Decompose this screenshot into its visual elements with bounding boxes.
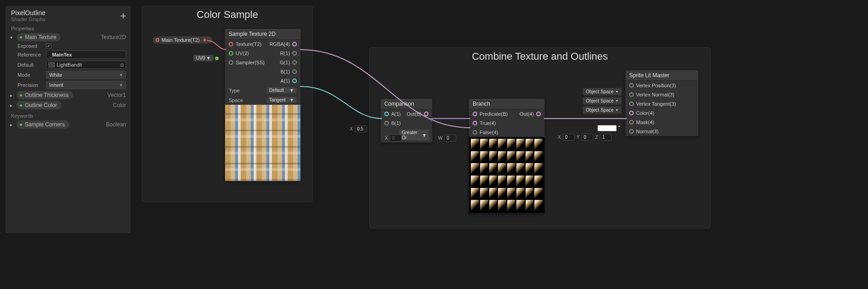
space-dropdown[interactable]: Tangent▼ [266,96,297,103]
mode-label: Mode [17,72,43,78]
property-outline-thickness[interactable]: ▸ Outline Thickness Vector1 [6,90,131,100]
chevron-down-icon: ▾ [10,35,17,40]
property-outline-color[interactable]: ▸ Outline Color Color [6,100,131,110]
precision-label: Precision [17,82,43,88]
node-preview [225,105,301,181]
normal-xyz-inline[interactable]: X0 Y0 Z1 [558,134,612,141]
port-color[interactable] [629,111,634,115]
reference-input[interactable] [46,51,126,59]
mode-value: White [49,72,62,78]
exposed-dot-icon [19,36,23,39]
port-out[interactable] [536,112,541,116]
property-type: Color [113,102,126,108]
comparison-b-inline: X0 [385,135,402,142]
node-branch[interactable]: Branch Predicate(B) Out(4) True(4) False… [469,98,545,214]
chip-label: Main Texture(T2) [162,37,200,43]
port-vertex-position[interactable] [629,83,634,88]
node-title: Comparison [381,99,432,109]
main-texture-fields: Exposed ✓ Reference Default LightBandit … [6,42,131,90]
object-space-dropdown-2[interactable]: Object Space▼ [583,97,622,105]
mode-dropdown[interactable]: White▼ [46,71,126,79]
property-type: Texture2D [101,34,126,40]
inspector-header: PixelOutline Shader Graphs + [6,6,131,23]
port-out-a[interactable] [292,79,297,83]
property-name: Outline Color [25,102,57,108]
inspector-panel: PixelOutline Shader Graphs + Properties … [6,6,131,233]
branch-w-inline[interactable]: W0 [438,135,456,142]
node-sample-texture-2d[interactable]: Sample Texture 2D Texture(T2) RGBA(4) UV… [225,28,301,181]
property-name: Main Texture [25,34,56,40]
port-mask[interactable] [629,120,634,125]
exposed-checkbox[interactable]: ✓ [46,43,52,49]
port-in-false[interactable] [473,130,477,135]
property-type: Vector1 [107,92,126,98]
node-title: Branch [469,99,544,109]
port-in-sampler[interactable] [229,60,233,65]
keywords-section-label: Keywords [6,110,131,119]
space-label: Space [229,97,243,103]
port-vertex-normal[interactable] [629,92,634,97]
uv-value: UV0 [196,56,205,61]
precision-dropdown[interactable]: Inherit▼ [46,81,126,89]
default-object-name: LightBandit [57,62,118,68]
node-preview [469,137,544,213]
object-space-dropdown-3[interactable]: Object Space▼ [583,106,622,114]
mask-color-swatch[interactable] [597,125,617,131]
port-in-a[interactable] [384,112,389,116]
chevron-right-icon: ▸ [10,103,17,108]
keyword-type: Boolean [106,121,126,128]
node-title: Sample Texture 2D [225,29,301,40]
add-property-button[interactable]: + [120,10,126,22]
property-chip[interactable]: Main Texture [17,33,61,41]
port-in-uv[interactable] [229,51,233,56]
property-name: Outline Thickness [25,92,69,98]
port-vertex-tangent[interactable] [629,102,634,106]
type-dropdown[interactable]: Default▼ [266,87,297,94]
node-sprite-lit-master[interactable]: Sprite Lit Master Vertex Position(3) Ver… [625,70,699,136]
property-main-texture[interactable]: ▾ Main Texture Texture2D [6,32,131,42]
port-out-g[interactable] [292,60,297,65]
uv-inline-dropdown[interactable]: UV0▼ [193,55,219,62]
group-title: Color Sample [142,6,312,25]
precision-value: Inherit [49,82,64,88]
comparison-a-inline[interactable]: X0.5 [350,125,367,132]
swatch-arrow-icon: ▼ [618,125,621,128]
port-normal[interactable] [629,129,634,134]
keyword-sample-corners[interactable]: ▸ Sample Corners Boolean [6,119,131,130]
properties-section-label: Properties [6,23,131,32]
port-in-predicate[interactable] [473,112,477,116]
exposed-label: Exposed [17,43,43,49]
port-in-texture[interactable] [229,42,233,46]
type-label: Type [229,88,240,93]
port-out-rgba[interactable] [292,42,297,46]
port-in-true[interactable] [473,121,477,125]
comparison-mode-dropdown[interactable]: Greater Or▼ [399,129,429,141]
port-out-r[interactable] [292,51,297,56]
node-title: Sprite Lit Master [625,70,698,81]
uv-port-icon [215,57,219,60]
default-object-field[interactable]: LightBandit ⊙ [46,61,126,69]
chevron-right-icon: ▸ [10,122,17,127]
reference-label: Reference [17,52,43,57]
property-node-main-texture[interactable]: Main Texture(T2) × [153,36,212,44]
port-in-b[interactable] [384,121,389,125]
shader-subtitle: Shader Graphs [11,17,125,22]
default-label: Default [17,62,43,68]
object-space-dropdown-1[interactable]: Object Space▼ [583,88,622,96]
port-out-b[interactable] [292,69,297,74]
chevron-right-icon: ▸ [10,93,17,98]
object-picker-icon[interactable]: ⊙ [120,62,124,68]
port-icon [156,38,159,42]
keyword-name: Sample Corners [25,121,65,128]
shader-name: PixelOutline [11,9,125,17]
port-out-b[interactable] [424,112,428,116]
close-icon[interactable]: × [202,37,208,43]
texture-thumb-icon [48,62,55,68]
group-title: Combine Texture and Outlines [370,48,710,67]
